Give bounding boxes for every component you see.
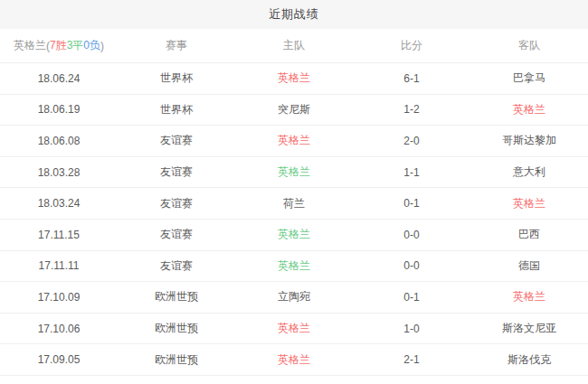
team-summary-header: 英格兰(7胜3平0负): [0, 29, 118, 62]
score: 6-1: [353, 63, 470, 94]
away-team: 巴西: [470, 220, 588, 250]
away-team: 德国: [470, 251, 588, 282]
table-row: 17.11.11友谊赛英格兰0-0德国: [0, 251, 588, 283]
table-header-row: 英格兰(7胜3平0负) 赛事 主队 比分 客队: [0, 29, 588, 63]
away-team: 英格兰: [470, 188, 588, 219]
competition: 世界杯: [118, 95, 235, 126]
panel-title: 近期战绩: [269, 6, 319, 23]
match-date: 18.03.24: [0, 188, 118, 219]
table-row: 18.03.24友谊赛荷兰0-1英格兰: [0, 188, 588, 220]
score: 0-0: [353, 251, 470, 282]
table-body: 18.06.24世界杯英格兰6-1巴拿马18.06.19世界杯突尼斯1-2英格兰…: [0, 63, 588, 376]
competition: 友谊赛: [118, 157, 235, 188]
score: 1-0: [353, 314, 470, 344]
col-header-away-team: 客队: [470, 29, 588, 62]
table-row: 18.06.08友谊赛英格兰2-0哥斯达黎加: [0, 126, 588, 157]
losses-count: 0负: [83, 38, 100, 53]
match-date: 18.06.24: [0, 63, 118, 94]
score: 0-1: [353, 188, 470, 219]
col-header-score: 比分: [353, 29, 470, 62]
away-team: 巴拿马: [470, 63, 588, 94]
table-row: 18.06.24世界杯英格兰6-1巴拿马: [0, 63, 588, 95]
away-team: 斯洛文尼亚: [470, 314, 588, 344]
table-row: 18.03.28友谊赛英格兰1-1意大利: [0, 157, 588, 189]
away-team: 哥斯达黎加: [470, 126, 588, 156]
table-row: 17.11.15友谊赛英格兰0-0巴西: [0, 220, 588, 251]
competition: 友谊赛: [118, 188, 235, 219]
competition: 世界杯: [118, 63, 235, 94]
home-team: 英格兰: [235, 314, 353, 344]
score: 0-0: [353, 220, 470, 250]
match-date: 18.03.28: [0, 157, 118, 188]
competition: 友谊赛: [118, 251, 235, 282]
team-name: 英格兰: [14, 38, 46, 53]
away-team: 英格兰: [470, 282, 588, 313]
score: 2-1: [353, 344, 470, 375]
competition: 友谊赛: [118, 126, 235, 156]
home-team: 英格兰: [235, 126, 353, 156]
table-row: 17.10.09欧洲世预立陶宛0-1英格兰: [0, 282, 588, 314]
competition: 欧洲世预: [118, 344, 235, 375]
home-team: 荷兰: [235, 188, 353, 219]
match-date: 18.06.08: [0, 126, 118, 156]
wins-count: 7胜: [50, 38, 67, 53]
away-team: 英格兰: [470, 95, 588, 126]
competition: 友谊赛: [118, 220, 235, 250]
match-date: 17.11.11: [0, 251, 118, 282]
away-team: 斯洛伐克: [470, 344, 588, 375]
home-team: 英格兰: [235, 157, 353, 188]
score: 1-1: [353, 157, 470, 188]
home-team: 英格兰: [235, 344, 353, 375]
results-table: 英格兰(7胜3平0负) 赛事 主队 比分 客队 18.06.24世界杯英格兰6-…: [0, 29, 588, 376]
away-team: 意大利: [470, 157, 588, 188]
table-row: 17.09.05欧洲世预英格兰2-1斯洛伐克: [0, 344, 588, 376]
home-team: 英格兰: [235, 220, 353, 250]
draws-count: 3平: [67, 38, 84, 53]
table-row: 18.06.19世界杯突尼斯1-2英格兰: [0, 95, 588, 126]
match-date: 17.10.09: [0, 282, 118, 313]
match-date: 17.10.06: [0, 314, 118, 344]
home-team: 突尼斯: [235, 95, 353, 126]
score: 1-2: [353, 95, 470, 126]
competition: 欧洲世预: [118, 314, 235, 344]
score: 0-1: [353, 282, 470, 313]
home-team: 立陶宛: [235, 282, 353, 313]
table-row: 17.10.06欧洲世预英格兰1-0斯洛文尼亚: [0, 314, 588, 345]
col-header-competition: 赛事: [118, 29, 235, 62]
match-date: 17.11.15: [0, 220, 118, 250]
record-close-paren: ): [100, 40, 104, 52]
match-date: 18.06.19: [0, 95, 118, 126]
home-team: 英格兰: [235, 251, 353, 282]
recent-results-panel: 近期战绩 英格兰(7胜3平0负) 赛事 主队 比分 客队 18.06.24世界杯…: [0, 0, 588, 384]
home-team: 英格兰: [235, 63, 353, 94]
competition: 欧洲世预: [118, 282, 235, 313]
match-date: 17.09.05: [0, 344, 118, 375]
score: 2-0: [353, 126, 470, 156]
col-header-home-team: 主队: [235, 29, 353, 62]
panel-title-bar: 近期战绩: [0, 0, 588, 29]
